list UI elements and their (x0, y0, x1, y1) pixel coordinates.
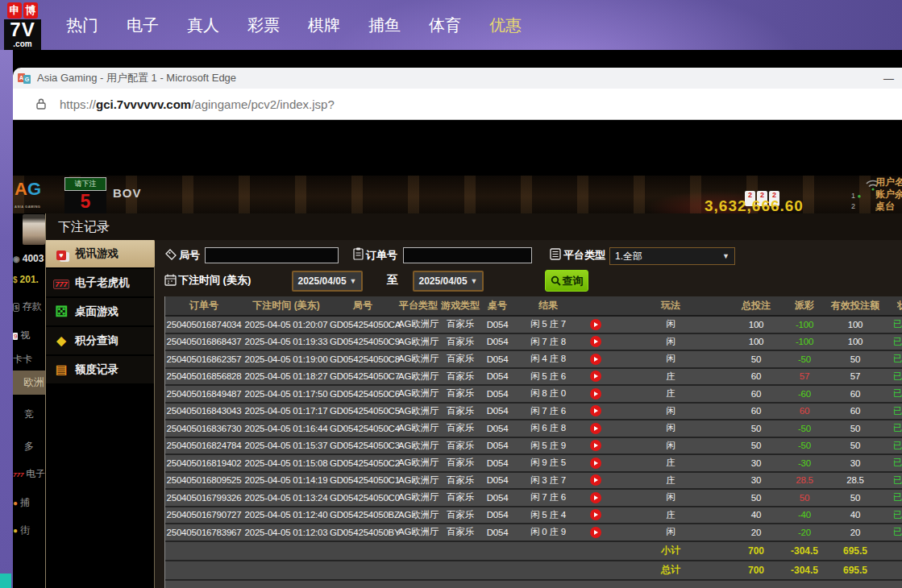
cell-table-no: D054 (480, 424, 515, 433)
cell-status: 已派彩 (883, 353, 902, 365)
replay-button[interactable] (590, 354, 601, 365)
nav-item-promo[interactable]: 优惠 (489, 14, 525, 36)
cell-bet-time: 2025-04-05 01:19:33 (243, 337, 330, 346)
nav-item-board[interactable]: 棋牌 (308, 14, 343, 36)
cell-table-no: D054 (480, 493, 515, 503)
round-input[interactable] (205, 247, 339, 263)
cell-total-bet: 50 (731, 493, 781, 503)
cell-table-no: D054 (480, 458, 515, 468)
table-row: 250405016868437 2025-04-05 01:19:33 GD05… (165, 334, 902, 352)
order-input[interactable] (403, 247, 532, 263)
replay-button[interactable] (590, 423, 601, 434)
replay-button[interactable] (590, 527, 601, 538)
cell-order-no: 250405016809525 (165, 475, 243, 485)
menu-item-video-games[interactable]: 视讯游戏 (46, 240, 154, 267)
replay-button[interactable] (590, 319, 601, 330)
cell-bet-time: 2025-04-05 01:14:19 (243, 475, 330, 485)
cell-play-type: 庄 (610, 387, 731, 400)
cell-play-type: 庄 (610, 509, 731, 521)
cell-order-no: 250405016868437 (165, 337, 243, 346)
cell-bet-time: 2025-04-05 01:12:03 (243, 528, 330, 537)
nav-item-fishing[interactable]: 捕鱼 (368, 14, 404, 36)
cell-platform: AG欧洲厅 (396, 405, 441, 417)
date-to-select[interactable]: 2025/04/05▼ (413, 271, 484, 292)
cell-total-bet: 60 (731, 371, 781, 381)
cell-valid-bet: 20 (828, 528, 883, 537)
total-bet: 700 (731, 565, 781, 576)
cell-status: 已派彩 (883, 371, 902, 383)
replay-button[interactable] (590, 509, 601, 520)
replay-button[interactable] (590, 336, 601, 347)
replay-button[interactable] (590, 440, 601, 451)
cell-order-no: 250405016862357 (165, 354, 243, 364)
table-header-row: 订单号下注时间 (美东)局号平台类型游戏类型桌号结果玩法总投注派彩有效投注额状态 (165, 296, 902, 317)
browser-url-bar[interactable]: https://gci.7vvvvvv.com/agingame/pcv2/in… (13, 89, 902, 120)
cell-payout: 50 (781, 493, 828, 503)
replay-button[interactable] (590, 492, 601, 503)
cell-status: 已派彩 (883, 318, 902, 330)
menu-item-table-games[interactable]: 桌面游戏 (46, 298, 154, 325)
minimize-button[interactable]: — (883, 72, 894, 85)
cell-game-type: 百家乐 (441, 526, 480, 538)
search-button[interactable]: 查询 (545, 270, 588, 292)
cell-game-type: 百家乐 (441, 509, 480, 521)
replay-button[interactable] (590, 388, 601, 400)
cell-status: 已派彩 (883, 405, 902, 417)
cell-platform: AG欧洲厅 (396, 509, 441, 521)
cell-game-type: 百家乐 (441, 336, 480, 348)
total-label: 总计 (610, 563, 731, 577)
cell-play-type: 闲 (610, 491, 731, 503)
cell-valid-bet: 60 (828, 406, 883, 416)
nav-item-sports[interactable]: 体育 (429, 14, 464, 36)
to-label: 至 (387, 273, 398, 288)
sidebar-item-slots: 777电子 (13, 467, 45, 481)
cell-bet-time: 2025-04-05 01:17:50 (243, 389, 330, 399)
cell-payout: -50 (781, 441, 828, 450)
cell-play-type: 庄 (610, 457, 731, 469)
site-logo[interactable]: 申 博 7V .com (4, 2, 41, 50)
panel-content: 局号 订单号 平台类型 1.全部 ▼ (155, 240, 902, 588)
replay-button[interactable] (590, 474, 601, 486)
cell-round-no: GD054254050C4 (330, 424, 396, 433)
column-header: 玩法 (610, 299, 731, 313)
cell-play-type: 闲 (610, 422, 731, 434)
nav-item-hot[interactable]: 热门 (66, 14, 102, 36)
site-favicon: AG (18, 73, 31, 84)
calendar-icon (164, 274, 177, 286)
bet-timer-panel: 请下注 5 (64, 177, 106, 213)
cell-valid-bet: 50 (828, 354, 883, 364)
cell-total-bet: 50 (731, 441, 781, 450)
table-row: 250405016790727 2025-04-05 01:12:40 GD05… (165, 507, 902, 525)
nav-item-lottery[interactable]: 彩票 (247, 14, 283, 36)
menu-item-points[interactable]: 积分查询 (46, 327, 154, 354)
replay-button[interactable] (590, 458, 601, 469)
sidebar-item-deposit: $存款 (13, 300, 45, 313)
platform-type-select[interactable]: 1.全部 ▼ (609, 247, 735, 265)
nav-item-live[interactable]: 真人 (187, 14, 222, 36)
cell-total-bet: 60 (731, 389, 781, 399)
replay-button[interactable] (590, 405, 601, 416)
cell-total-bet: 50 (731, 424, 781, 433)
cell-game-type: 百家乐 (441, 457, 480, 469)
account-labels: 用户名 账户余 桌台 (875, 176, 902, 213)
cell-valid-bet: 40 (828, 510, 883, 520)
date-from-select[interactable]: 2025/04/05▼ (292, 271, 363, 292)
cell-result: 闲 5 庄 4 (515, 509, 581, 521)
cell-round-no: GD054254050C0 (330, 493, 396, 503)
menu-item-credit-records[interactable]: 额度记录 (46, 356, 154, 383)
replay-button[interactable] (590, 371, 601, 382)
sidebar-item-fishing: ●捕 (13, 496, 45, 510)
ag-logo: AG ASIA GAMING (15, 180, 41, 213)
cell-valid-bet: 28.5 (828, 475, 883, 485)
cell-bet-time: 2025-04-05 01:16:44 (243, 424, 330, 433)
table-row: 250405016783967 2025-04-05 01:12:03 GD05… (165, 524, 902, 542)
nav-item-slots[interactable]: 电子 (127, 14, 162, 36)
cell-round-no: GD054254050CA (330, 320, 396, 329)
list-icon (550, 248, 561, 260)
cell-replay (581, 319, 610, 330)
chevron-down-icon: ▼ (471, 277, 478, 285)
cell-order-no: 250405016856828 (165, 371, 243, 381)
casino-banner: AG ASIA GAMING 请下注 5 BOV 2 2 2 3,632,666… (13, 176, 902, 213)
menu-item-slots[interactable]: 电子老虎机 (46, 269, 154, 296)
bet-records-panel: 下注记录 视讯游戏 电子老虎机 桌面游戏 积分查询 额度记录 (45, 213, 902, 588)
